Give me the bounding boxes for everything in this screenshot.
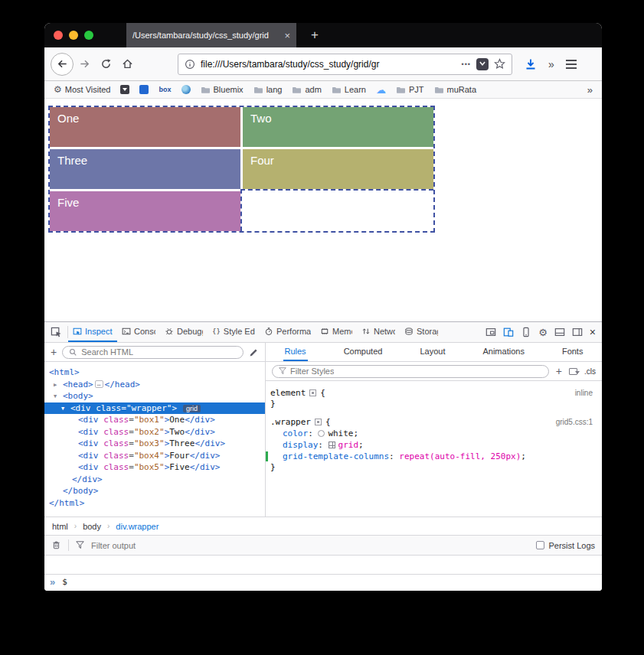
new-tab-button[interactable]: + bbox=[305, 25, 325, 45]
markup-token-tag: </body> bbox=[63, 486, 98, 496]
folder-icon bbox=[396, 86, 406, 94]
markup-line[interactable]: <html> bbox=[44, 367, 265, 379]
bookmark-folder-pjt[interactable]: PJT bbox=[396, 85, 424, 94]
markup-line[interactable]: <div class="box1">One</div> bbox=[44, 414, 265, 426]
breadcrumb-item[interactable]: body bbox=[83, 522, 101, 531]
bookmarks-overflow-chevron[interactable]: » bbox=[587, 84, 593, 96]
download-icon[interactable] bbox=[525, 58, 537, 70]
minimize-window-button[interactable] bbox=[69, 31, 78, 40]
css-declaration[interactable]: display: grid; bbox=[266, 439, 602, 451]
markup-line[interactable]: </body> bbox=[44, 485, 265, 497]
twisty-open-icon[interactable]: ▼ bbox=[54, 391, 61, 403]
css-declaration[interactable]: color: white; bbox=[266, 428, 602, 439]
pseudo-class-panel-icon[interactable] bbox=[569, 368, 577, 375]
browser-tab[interactable]: /Users/tambara/study/css_study/grid × bbox=[126, 23, 296, 47]
cloud-bookmark-icon[interactable]: ☁ bbox=[376, 84, 386, 96]
devtools-tab-storage[interactable]: Storage bbox=[400, 322, 443, 342]
search-html-input[interactable]: Search HTML bbox=[62, 346, 244, 359]
device-phone-icon[interactable] bbox=[521, 327, 531, 337]
markup-line[interactable]: ▼<body> bbox=[44, 390, 265, 402]
markup-token-tag: > bbox=[172, 403, 177, 413]
devtools-tab-network[interactable]: Network bbox=[357, 322, 400, 342]
bookmark-most-visited[interactable]: ⚙ Most Visited bbox=[54, 84, 110, 95]
tab-close-icon[interactable]: × bbox=[284, 30, 290, 41]
markup-line[interactable]: <div class="box2">Two</div> bbox=[44, 426, 265, 438]
devtools-tab-debugger[interactable]: Debugger bbox=[160, 322, 208, 342]
bookmark-star-icon[interactable] bbox=[494, 58, 505, 70]
sidebar-tab-fonts[interactable]: Fonts bbox=[561, 343, 585, 361]
markup-token-tag: <div bbox=[70, 403, 91, 413]
add-rule-button[interactable]: + bbox=[556, 366, 562, 376]
persist-logs-checkbox[interactable] bbox=[536, 541, 544, 549]
zoom-window-button[interactable] bbox=[84, 31, 93, 40]
filter-styles-input[interactable]: Filter Styles bbox=[272, 365, 549, 378]
debugger-icon bbox=[165, 327, 174, 336]
frames-icon[interactable] bbox=[485, 327, 496, 337]
globe-favicon[interactable] bbox=[181, 85, 191, 94]
persist-logs-toggle[interactable]: Persist Logs bbox=[536, 541, 595, 550]
pocket-icon[interactable] bbox=[476, 58, 489, 70]
grid-badge[interactable]: grid bbox=[183, 405, 201, 412]
element-picker-icon[interactable] bbox=[44, 327, 67, 338]
bookmark-folder-learn[interactable]: Learn bbox=[332, 85, 366, 94]
markup-line[interactable]: ▼<div class="wrapper">grid bbox=[44, 402, 265, 415]
console-input[interactable]: $ bbox=[62, 577, 67, 587]
forward-button[interactable] bbox=[74, 54, 95, 75]
responsive-design-icon[interactable] bbox=[503, 327, 514, 337]
rule-selector[interactable]: element bbox=[270, 388, 306, 398]
close-devtools-icon[interactable]: × bbox=[590, 326, 596, 338]
settings-gear-icon[interactable]: ⚙ bbox=[538, 327, 548, 338]
breadcrumb-item[interactable]: html bbox=[52, 522, 68, 531]
site-info-icon[interactable] bbox=[185, 59, 195, 70]
color-swatch[interactable] bbox=[318, 430, 325, 437]
dock-side-icon[interactable] bbox=[572, 327, 583, 337]
css-declaration[interactable]: grid-template-columns: repeat(auto-fill,… bbox=[266, 451, 602, 462]
devtools-tab-inspector[interactable]: Inspector bbox=[68, 322, 117, 342]
filter-output-icon[interactable] bbox=[76, 541, 84, 549]
sidebar-tab-rules[interactable]: Rules bbox=[283, 343, 308, 361]
twisty-closed-icon[interactable]: ▶ bbox=[54, 380, 61, 392]
page-actions-icon[interactable]: ••• bbox=[462, 60, 471, 68]
markup-line[interactable]: <div class="box4">Four</div> bbox=[44, 450, 265, 462]
twisty-open-icon[interactable]: ▼ bbox=[61, 403, 69, 415]
box-favicon[interactable]: box bbox=[159, 86, 171, 93]
bookmark-favicon-dark[interactable] bbox=[120, 85, 129, 94]
clear-console-trash-icon[interactable] bbox=[51, 540, 61, 550]
close-window-button[interactable] bbox=[54, 31, 63, 40]
breadcrumb-item[interactable]: div.wrapper bbox=[116, 522, 159, 531]
devtools-tab-memory[interactable]: Memory bbox=[315, 322, 357, 342]
toolbar-overflow-chevron[interactable]: » bbox=[548, 58, 554, 70]
sidebar-tab-layout[interactable]: Layout bbox=[418, 343, 446, 361]
sidebar-tab-computed[interactable]: Computed bbox=[342, 343, 384, 361]
bookmark-folder-bluemix[interactable]: Bluemix bbox=[201, 85, 244, 94]
devtools-tab-performance[interactable]: Performance bbox=[260, 322, 315, 342]
edit-html-pencil-icon[interactable] bbox=[249, 347, 259, 357]
rule-source-link[interactable]: grid5.css:1 bbox=[556, 418, 593, 426]
sidebar-tab-animations[interactable]: Animations bbox=[481, 343, 525, 361]
back-button[interactable] bbox=[51, 53, 74, 76]
markup-line[interactable]: <div class="box3">Three</div> bbox=[44, 438, 265, 450]
markup-line[interactable]: <div class="box5">Five</div> bbox=[44, 461, 265, 474]
rule-source-link[interactable]: inline bbox=[575, 389, 593, 397]
markup-line[interactable]: </html> bbox=[44, 497, 265, 510]
bookmark-favicon-blue[interactable] bbox=[139, 85, 149, 94]
split-console-icon[interactable] bbox=[554, 327, 565, 337]
bookmark-folder-lang[interactable]: lang bbox=[253, 85, 283, 94]
markup-line[interactable]: </div> bbox=[44, 474, 265, 486]
filter-output-placeholder[interactable]: Filter output bbox=[91, 541, 136, 550]
selector-highlight-icon[interactable] bbox=[309, 389, 316, 396]
menu-hamburger-icon[interactable] bbox=[566, 60, 577, 69]
bookmark-folder-murata[interactable]: muRata bbox=[434, 85, 477, 94]
markup-line[interactable]: ▶<head>…</head> bbox=[44, 379, 265, 391]
home-button[interactable] bbox=[116, 54, 138, 75]
class-toggle-button[interactable]: .cls bbox=[584, 367, 596, 376]
url-bar[interactable]: file:///Users/tambara/study/css_study/gr… bbox=[178, 54, 512, 75]
devtools-tab-style-editor[interactable]: {} Style Editor bbox=[208, 322, 260, 342]
rule-selector[interactable]: .wrapper bbox=[270, 417, 311, 427]
grid-highlighter-toggle-icon[interactable] bbox=[329, 442, 335, 448]
reload-button[interactable] bbox=[95, 54, 116, 75]
bookmark-folder-adm[interactable]: adm bbox=[292, 85, 321, 94]
devtools-tab-console[interactable]: Console bbox=[117, 322, 160, 342]
selector-highlight-icon[interactable] bbox=[315, 419, 322, 425]
add-node-button[interactable]: + bbox=[51, 347, 57, 357]
